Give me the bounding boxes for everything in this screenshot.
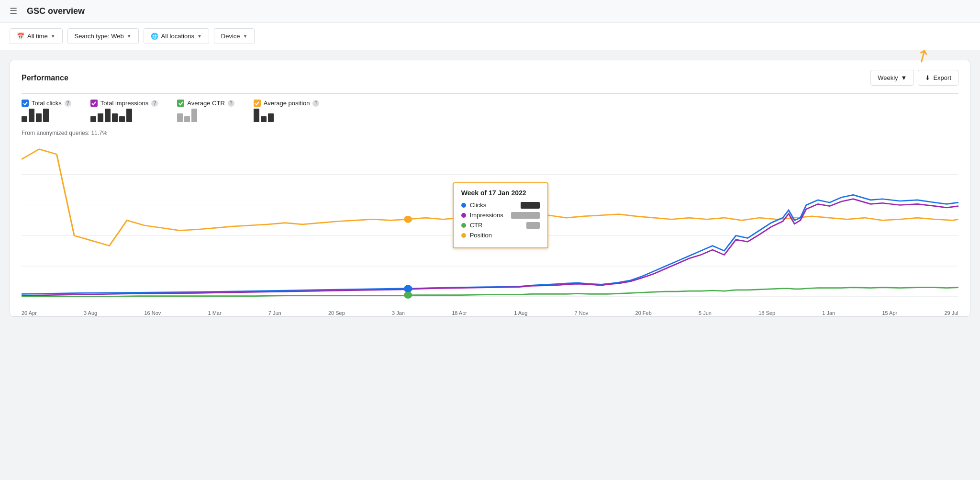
total-impressions-checkbox[interactable]: [90, 100, 98, 107]
search-type-filter-button[interactable]: Search type: Web ▼: [67, 28, 139, 44]
tooltip-ctr-dot: [461, 223, 466, 228]
top-bar: ☰ GSC overview: [0, 0, 980, 22]
metrics-row: Total clicks ? Total impressions: [22, 100, 958, 122]
pos-block-1: [254, 109, 259, 122]
average-position-value: [254, 109, 320, 122]
total-clicks-label-row: Total clicks ?: [22, 100, 71, 107]
page-title: GSC overview: [27, 6, 85, 16]
export-button[interactable]: ⬇ Export: [918, 70, 958, 86]
svg-point-7: [404, 292, 412, 298]
average-position-help[interactable]: ?: [312, 100, 319, 107]
tooltip-row-position: Position: [461, 232, 540, 239]
total-clicks-label: Total clicks: [32, 100, 62, 107]
tooltip-date: Week of 17 Jan 2022: [461, 189, 540, 197]
x-label-9: 7 Nov: [575, 310, 589, 316]
tooltip-clicks-label: Clicks: [470, 201, 487, 209]
average-ctr-label: Average CTR: [187, 100, 225, 107]
weekly-button[interactable]: Weekly ▼: [870, 70, 914, 86]
weekly-arrow-icon: ▼: [901, 74, 907, 81]
imp-block-6: [126, 109, 132, 122]
average-position-label-row: Average position ?: [254, 100, 320, 107]
device-filter-button[interactable]: Device ▼: [214, 28, 255, 44]
header-actions: ↗ Weekly ▼ ⬇ Export: [870, 70, 958, 86]
x-label-6: 3 Jan: [392, 310, 405, 316]
locations-filter-label: All locations: [161, 33, 194, 40]
average-position-metric: Average position ?: [254, 100, 320, 122]
tooltip-impressions-value: [511, 212, 540, 219]
imp-block-3: [105, 109, 111, 122]
average-ctr-help[interactable]: ?: [228, 100, 234, 107]
imp-block-1: [90, 116, 96, 122]
value-block-1: [22, 116, 27, 122]
tooltip-row-impressions: Impressions: [461, 212, 540, 219]
value-block-4: [43, 109, 49, 122]
locations-filter-button[interactable]: 🌐 All locations ▼: [144, 28, 209, 44]
total-impressions-value: [90, 109, 158, 122]
tooltip-row-clicks: Clicks: [461, 201, 540, 209]
average-ctr-metric: Average CTR ?: [177, 100, 234, 122]
calendar-icon: 📅: [17, 33, 24, 40]
x-label-2: 16 Nov: [144, 310, 161, 316]
x-axis-labels: 20 Apr 3 Aug 16 Nov 1 Mar 7 Jun 20 Sep 3…: [22, 308, 958, 316]
pos-block-3: [268, 113, 274, 122]
device-arrow: ▼: [243, 33, 248, 39]
value-block-3: [36, 113, 42, 122]
total-impressions-metric: Total impressions ?: [90, 100, 158, 122]
value-block-2: [29, 109, 34, 122]
total-clicks-help[interactable]: ?: [65, 100, 71, 107]
average-ctr-checkbox[interactable]: [177, 100, 184, 107]
time-filter-arrow: ▼: [51, 33, 56, 39]
average-position-checkbox[interactable]: [254, 100, 261, 107]
performance-header: Performance ↗ Weekly ▼ ⬇ Export: [22, 70, 958, 86]
time-filter-button[interactable]: 📅 All time ▼: [10, 28, 63, 44]
total-clicks-metric: Total clicks ?: [22, 100, 71, 122]
pos-block-2: [261, 116, 267, 122]
x-label-0: 20 Apr: [22, 310, 37, 316]
imp-block-2: [98, 113, 103, 122]
search-type-filter-label: Search type: Web: [75, 33, 124, 40]
tooltip-impressions-label-wrap: Impressions: [461, 212, 503, 219]
total-impressions-label: Total impressions: [100, 100, 148, 107]
filter-bar: 📅 All time ▼ Search type: Web ▼ 🌐 All lo…: [0, 22, 980, 50]
x-label-4: 7 Jun: [268, 310, 281, 316]
total-clicks-checkbox[interactable]: [22, 100, 29, 107]
x-label-5: 20 Sep: [328, 310, 345, 316]
tooltip-row-ctr: CTR: [461, 222, 540, 229]
x-label-15: 29 Jul: [944, 310, 958, 316]
tooltip-clicks-value: [521, 202, 540, 209]
divider: [22, 93, 958, 94]
performance-card: Performance ↗ Weekly ▼ ⬇ Export: [10, 60, 970, 317]
export-label: Export: [933, 74, 951, 81]
main-content: Performance ↗ Weekly ▼ ⬇ Export: [0, 50, 980, 326]
tooltip-clicks-label-wrap: Clicks: [461, 201, 487, 209]
tooltip-clicks-dot: [461, 203, 466, 208]
svg-point-8: [404, 285, 412, 291]
tooltip-ctr-label-wrap: CTR: [461, 222, 483, 229]
x-label-8: 1 Aug: [514, 310, 527, 316]
chart-tooltip: Week of 17 Jan 2022 Clicks Impressions: [453, 182, 548, 248]
tooltip-position-label: Position: [470, 232, 492, 239]
total-impressions-label-row: Total impressions ?: [90, 100, 158, 107]
average-ctr-value: [177, 109, 234, 122]
chart-area: Week of 17 Jan 2022 Clicks Impressions: [22, 144, 958, 307]
device-filter-label: Device: [221, 33, 240, 40]
weekly-label: Weekly: [878, 74, 898, 81]
average-ctr-label-row: Average CTR ?: [177, 100, 234, 107]
x-label-13: 1 Jan: [822, 310, 835, 316]
x-label-12: 18 Sep: [758, 310, 775, 316]
tooltip-position-dot: [461, 233, 466, 238]
performance-title: Performance: [22, 74, 68, 82]
globe-icon: 🌐: [151, 33, 158, 40]
hamburger-icon[interactable]: ☰: [10, 6, 17, 16]
time-filter-label: All time: [27, 33, 48, 40]
anonymized-note: From anonymized queries: 11.7%: [22, 130, 958, 136]
total-impressions-help[interactable]: ?: [151, 100, 158, 107]
x-label-1: 3 Aug: [84, 310, 97, 316]
x-label-3: 1 Mar: [208, 310, 221, 316]
tooltip-ctr-label: CTR: [470, 222, 483, 229]
total-clicks-value: [22, 109, 71, 122]
export-icon: ⬇: [925, 74, 930, 81]
tooltip-position-label-wrap: Position: [461, 232, 492, 239]
x-label-14: 15 Apr: [882, 310, 897, 316]
locations-arrow: ▼: [197, 33, 202, 39]
